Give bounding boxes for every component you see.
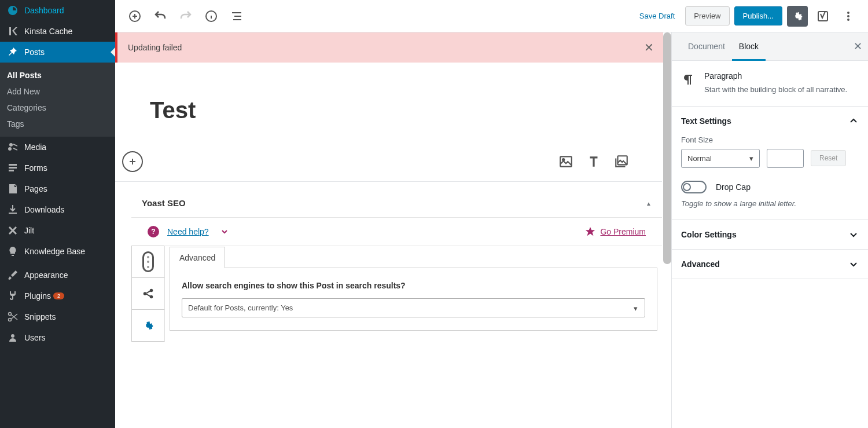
scrollbar[interactable] — [663, 32, 671, 264]
notice-text: Updating failed — [128, 43, 182, 52]
chevron-up-icon — [848, 116, 859, 126]
post-title-input[interactable]: Test — [150, 97, 637, 123]
yoast-title: Yoast SEO — [142, 198, 186, 208]
yoast-tab-advanced[interactable] — [131, 309, 164, 342]
sidebar-label-users: Users — [24, 333, 46, 342]
editor-topbar: Save Draft Preview Publish... — [115, 0, 868, 32]
svg-rect-4 — [9, 170, 14, 171]
media-icon — [7, 141, 19, 153]
yoast-button[interactable] — [812, 6, 833, 27]
insert-block-button[interactable] — [122, 151, 143, 172]
sidebar-item-users[interactable]: Users — [0, 327, 115, 348]
preview-button[interactable]: Preview — [685, 6, 729, 25]
tab-document[interactable]: Document — [681, 32, 732, 60]
sidebar-item-posts[interactable]: Posts — [0, 42, 115, 63]
section-color-settings[interactable]: Color Settings — [672, 220, 868, 249]
gallery-block-icon[interactable] — [613, 153, 630, 170]
svg-rect-2 — [9, 164, 17, 166]
section-advanced[interactable]: Advanced — [672, 250, 868, 279]
sidebar-sub-tags[interactable]: Tags — [0, 116, 115, 132]
notice-close-button[interactable]: ✕ — [644, 41, 654, 54]
font-size-input[interactable] — [767, 149, 804, 168]
sidebar-item-snippets[interactable]: Snippets — [0, 306, 115, 327]
svg-point-17 — [144, 292, 147, 295]
kinsta-icon — [7, 25, 19, 37]
publish-button[interactable]: Publish... — [734, 6, 782, 25]
sidebar-sub-allposts[interactable]: All Posts — [0, 67, 115, 83]
block-type-desc: Start with the building block of all nar… — [704, 84, 847, 96]
sidebar-sub-addnew[interactable]: Add New — [0, 83, 115, 100]
drop-cap-help: Toggle to show a large initial letter. — [681, 199, 859, 208]
font-size-select[interactable]: Normal — [681, 149, 760, 168]
tab-block[interactable]: Block — [732, 32, 766, 60]
undo-button[interactable] — [150, 6, 171, 27]
sidebar-label-downloads: Downloads — [24, 205, 64, 214]
panel-close-button[interactable]: ✕ — [854, 40, 862, 53]
error-notice: Updating failed ✕ — [115, 32, 663, 63]
sidebar-item-appearance[interactable]: Appearance — [0, 265, 115, 286]
redo-button[interactable] — [175, 6, 196, 27]
sidebar-label-snippets: Snippets — [24, 312, 56, 321]
yoast-subtab-advanced[interactable]: Advanced — [170, 247, 225, 268]
main-area: Save Draft Preview Publish... Updating f… — [115, 0, 868, 428]
brush-icon — [7, 269, 19, 281]
image-block-icon[interactable] — [558, 153, 574, 170]
paragraph-icon — [681, 72, 695, 86]
more-menu-button[interactable] — [838, 6, 859, 27]
download-icon — [7, 204, 19, 215]
chevron-down-icon — [848, 259, 859, 269]
go-premium-link[interactable]: Go Premium — [600, 227, 646, 236]
save-draft-button[interactable]: Save Draft — [634, 7, 681, 25]
sidebar-label-plugins: Plugins — [24, 291, 51, 301]
sidebar-item-jilt[interactable]: Jilt — [0, 220, 115, 241]
info-button[interactable] — [201, 6, 222, 27]
svg-point-13 — [847, 19, 849, 21]
admin-sidebar: Dashboard Kinsta Cache Posts All Posts A… — [0, 0, 115, 428]
chevron-down-icon — [848, 229, 859, 240]
sidebar-item-kinsta[interactable]: Kinsta Cache — [0, 21, 115, 42]
need-help-link[interactable]: Need help? — [167, 227, 209, 236]
svg-rect-3 — [9, 167, 17, 169]
heading-block-icon[interactable] — [586, 153, 602, 170]
sidebar-item-dashboard[interactable]: Dashboard — [0, 0, 115, 21]
jilt-icon — [7, 225, 19, 236]
block-type-title: Paragraph — [704, 71, 847, 81]
drop-cap-toggle[interactable] — [681, 181, 707, 193]
sidebar-item-kb[interactable]: Knowledge Base — [0, 241, 115, 262]
pages-icon — [7, 183, 19, 195]
settings-panel: Document Block ✕ Paragraph Start with th… — [671, 32, 868, 428]
sidebar-item-downloads[interactable]: Downloads — [0, 199, 115, 220]
add-block-button[interactable] — [124, 6, 145, 27]
sidebar-item-forms[interactable]: Forms — [0, 158, 115, 178]
plugins-badge: 2 — [53, 292, 64, 299]
section-text-settings[interactable]: Text Settings — [672, 107, 868, 136]
yoast-tab-social[interactable] — [131, 277, 164, 310]
lightbulb-icon — [7, 246, 19, 257]
svg-point-15 — [562, 159, 564, 160]
font-reset-button[interactable]: Reset — [811, 150, 846, 166]
help-icon: ? — [148, 226, 159, 237]
sidebar-item-media[interactable]: Media — [0, 137, 115, 158]
sidebar-label-appearance: Appearance — [24, 270, 68, 280]
editor-canvas: Updating failed ✕ Test Yoast S — [115, 32, 671, 428]
yoast-question-label: Allow search engines to show this Post i… — [182, 281, 645, 290]
outline-button[interactable] — [226, 6, 247, 27]
sidebar-label-kb: Knowledge Base — [24, 247, 85, 256]
settings-toggle-button[interactable] — [787, 6, 808, 27]
svg-point-7 — [11, 334, 14, 338]
svg-point-11 — [847, 12, 849, 14]
font-size-label: Font Size — [681, 136, 859, 144]
plug-icon — [7, 290, 19, 302]
yoast-search-select[interactable]: Default for Posts, currently: Yes — [182, 298, 645, 317]
sidebar-sub-categories[interactable]: Categories — [0, 100, 115, 116]
sidebar-label-kinsta: Kinsta Cache — [24, 27, 72, 36]
sidebar-label-pages: Pages — [24, 184, 47, 193]
forms-icon — [7, 162, 19, 174]
sidebar-item-plugins[interactable]: Plugins 2 — [0, 286, 115, 306]
sidebar-label-posts: Posts — [24, 47, 45, 57]
yoast-header[interactable]: Yoast SEO ▲ — [131, 189, 662, 218]
sidebar-label-jilt: Jilt — [24, 226, 34, 235]
sidebar-item-pages[interactable]: Pages — [0, 178, 115, 199]
yoast-tab-readability[interactable] — [131, 246, 164, 278]
star-icon — [585, 226, 595, 237]
